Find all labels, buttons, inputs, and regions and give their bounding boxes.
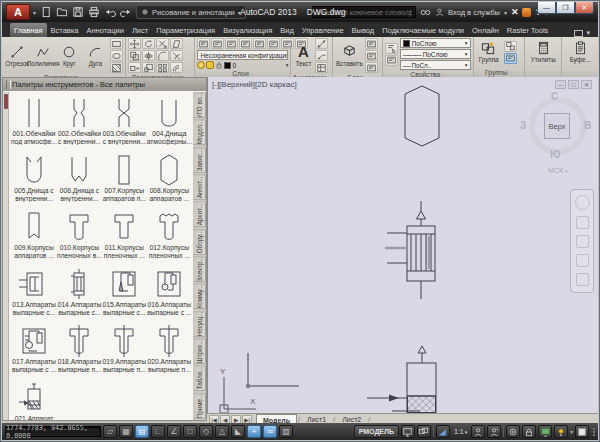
toggle-dyn-input[interactable]: +: [247, 425, 261, 438]
hatch-icon[interactable]: [110, 62, 123, 73]
circle-tool[interactable]: Круг: [56, 45, 82, 67]
palette-tab-модел[interactable]: Модел...: [193, 119, 206, 145]
palette-tab-аннот[interactable]: Аннот...: [193, 174, 206, 200]
panel-groups-label[interactable]: Группы▾: [474, 67, 524, 77]
erase-icon[interactable]: [170, 38, 183, 49]
object-color-dropdown[interactable]: ПоСлою▾: [400, 38, 471, 48]
open-icon[interactable]: [55, 5, 69, 19]
layer-lock-icon[interactable]: [253, 38, 266, 49]
toggle-grid[interactable]: ▤: [135, 425, 149, 438]
ribbon-tab-управление[interactable]: Управление: [298, 23, 348, 37]
showmotion-icon[interactable]: [576, 273, 589, 286]
layer-config-dropdown[interactable]: Несохраненная конфигурация сло▾: [197, 50, 288, 60]
search-icon[interactable]: [420, 8, 431, 17]
viewcube-west[interactable]: З: [520, 120, 526, 131]
close-button[interactable]: ✕: [575, 2, 594, 14]
maximize-button[interactable]: ❐: [556, 2, 575, 14]
palette-tab-электр[interactable]: Электр...: [193, 256, 206, 282]
palette-item-005[interactable]: 005.Днища свнутренни...: [11, 151, 57, 208]
workspace-switch-icon[interactable]: [506, 425, 520, 438]
clipboard-flyout[interactable]: Буфе...: [565, 41, 595, 63]
toolbar-lock-icon[interactable]: [522, 425, 536, 438]
ribbon-minimize-icon[interactable]: [574, 30, 583, 37]
list-icon[interactable]: [385, 55, 398, 66]
palette-item-001[interactable]: 001.Обечайкипод атмосфе...: [11, 94, 57, 151]
layer-off-icon[interactable]: [211, 38, 224, 49]
model-space-button[interactable]: РМОДЕЛЬ: [354, 425, 399, 438]
dimension-icon[interactable]: [315, 38, 328, 49]
ribbon-tab-онлайн[interactable]: Онлайн: [468, 23, 503, 37]
toggle-osnap[interactable]: □: [183, 425, 197, 438]
block-editor-icon[interactable]: [365, 62, 378, 73]
current-color-swatch[interactable]: [224, 62, 231, 69]
palette-item-007[interactable]: 007.Корпусыаппаратов п...: [102, 151, 147, 208]
trim-icon[interactable]: [156, 38, 169, 49]
toggle-ducs[interactable]: ◣: [231, 425, 245, 438]
layer-freeze-icon[interactable]: [239, 38, 252, 49]
quick-view-drawings-icon[interactable]: [417, 425, 431, 438]
ribbon-tab-главная[interactable]: Главная: [10, 23, 47, 37]
viewcube-south[interactable]: Ю: [550, 149, 560, 160]
toggle-ortho[interactable]: ∟: [151, 425, 165, 438]
palette-item-011[interactable]: 011.Корпусыпленочных ...: [102, 208, 147, 265]
exchange-apps-icon[interactable]: [522, 8, 531, 17]
new-icon[interactable]: [39, 5, 53, 19]
panel-utilities-label[interactable]: ▾: [525, 67, 562, 77]
group-edit-icon[interactable]: [504, 53, 517, 64]
insert-block-tool[interactable]: Вставить: [335, 44, 363, 67]
rectangle-icon[interactable]: [110, 38, 123, 49]
ungroup-icon[interactable]: [504, 41, 517, 52]
palette-item-014[interactable]: 014.Аппаратывыпарные с...: [57, 265, 102, 322]
palette-item-017[interactable]: 017.Аппаратывыпарные с ...: [11, 322, 57, 379]
layer-match-icon[interactable]: [267, 38, 280, 49]
undo-icon[interactable]: [103, 5, 117, 19]
fillet-icon[interactable]: [156, 50, 169, 61]
stretch-icon[interactable]: [128, 62, 141, 73]
status-menu-caret[interactable]: ▾: [570, 429, 573, 435]
palette-tab-обору[interactable]: Обору...: [193, 229, 206, 255]
annotation-autoscale-icon[interactable]: [487, 425, 501, 438]
palette-item-010[interactable]: 010.Корпусыпленочных в...: [57, 208, 102, 265]
palette-item-003[interactable]: 003.Обечайкис внутренни...: [102, 94, 147, 151]
arc-tool[interactable]: Дуга: [82, 45, 108, 67]
annotation-scale-value[interactable]: 1:1▾: [452, 428, 469, 435]
ribbon-tab-вставка[interactable]: Вставка: [47, 23, 83, 37]
toggle-transparency[interactable]: ▨: [279, 425, 293, 438]
viewcube-north[interactable]: С: [551, 91, 558, 102]
signin-button[interactable]: Вход в службы: [448, 8, 500, 17]
edit-attribute-icon[interactable]: [365, 50, 378, 61]
palette-item-012[interactable]: 012.Корпусыпленочных ...: [147, 208, 192, 265]
lineweight-dropdown[interactable]: ———ПоСлою▾: [400, 49, 471, 59]
annotation-scale-icon[interactable]: [436, 425, 450, 438]
palette-scroll-thumb[interactable]: [4, 94, 8, 109]
viewcube-east[interactable]: В: [584, 120, 591, 131]
palette-title-bar[interactable]: Палитры инструментов - Все палитры: [3, 78, 206, 91]
ribbon-tab-аннотации[interactable]: Аннотации: [82, 23, 128, 37]
toggle-snap[interactable]: ▦: [119, 425, 133, 438]
navigation-bar[interactable]: [570, 189, 594, 293]
toggle-otrack[interactable]: △: [215, 425, 229, 438]
palette-scrollbar[interactable]: [3, 92, 9, 420]
palette-tab-уговп[interactable]: УГО вп...: [193, 92, 206, 118]
annotation-visibility-icon[interactable]: [471, 425, 485, 438]
palette-tab-штрих[interactable]: Штрих...: [193, 338, 206, 364]
ribbon-tab-лист[interactable]: Лист: [128, 23, 152, 37]
autocad-logo-button[interactable]: A: [6, 4, 30, 20]
layer-thaw-icon[interactable]: [206, 61, 214, 69]
palette-item-019[interactable]: 019.Аппаратывыпарные п...: [102, 322, 147, 379]
palette-tab-завис[interactable]: Завис...: [193, 147, 206, 173]
toggle-infer-constraints[interactable]: ▱: [103, 425, 117, 438]
palette-tab-несущ[interactable]: Несущ...: [193, 311, 206, 337]
clean-screen-button[interactable]: [575, 425, 589, 438]
palette-tab-приме[interactable]: Приме...: [193, 393, 206, 419]
ribbon-tab-raster-tools[interactable]: Raster Tools: [503, 23, 553, 37]
palette-tab-комму[interactable]: Комму...: [193, 283, 206, 309]
palette-item-006[interactable]: 006.Днища свнутренни...: [57, 151, 102, 208]
offset-icon[interactable]: [170, 62, 183, 73]
performance-icon[interactable]: [538, 425, 552, 438]
array-icon[interactable]: [156, 62, 169, 73]
leader-icon[interactable]: [315, 50, 328, 61]
palette-item-004[interactable]: 004.Днищаатмосферны...: [147, 94, 192, 151]
group-tool[interactable]: Группа: [476, 41, 502, 63]
palette-item-021[interactable]: 021.Аппарат: [11, 379, 57, 420]
